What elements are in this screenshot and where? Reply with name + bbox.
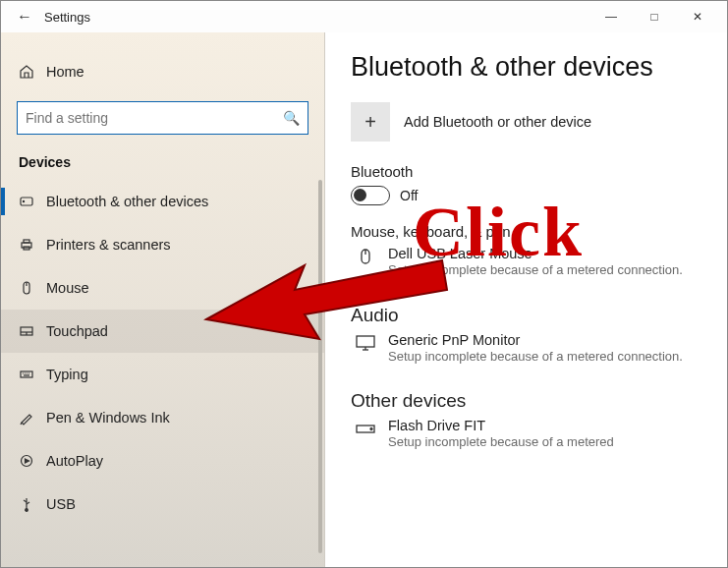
svg-point-1 xyxy=(23,200,24,201)
add-device-row[interactable]: + Add Bluetooth or other device xyxy=(351,102,701,142)
svg-rect-0 xyxy=(21,198,32,205)
printer-icon xyxy=(19,237,46,253)
keyboard-icon xyxy=(19,367,46,382)
back-button[interactable]: ← xyxy=(9,8,40,26)
sidebar-item-typing[interactable]: Typing xyxy=(1,353,324,396)
sidebar-item-label: Touchpad xyxy=(46,323,108,339)
sidebar-item-bluetooth[interactable]: Bluetooth & other devices xyxy=(1,180,324,223)
device-sub: Setup incomplete because of a metered xyxy=(388,433,701,451)
bluetooth-toggle[interactable] xyxy=(351,186,390,205)
sidebar-home[interactable]: Home xyxy=(1,50,324,93)
svg-point-18 xyxy=(26,509,28,512)
sidebar-item-label: USB xyxy=(46,496,76,512)
drive-icon xyxy=(351,418,380,451)
sidebar-home-label: Home xyxy=(46,64,84,80)
other-section-header: Other devices xyxy=(351,390,701,412)
add-device-button[interactable]: + xyxy=(351,102,390,142)
maximize-button[interactable]: □ xyxy=(633,1,676,32)
titlebar: ← Settings — □ ✕ xyxy=(1,1,727,32)
svg-point-25 xyxy=(370,428,372,430)
bluetooth-icon xyxy=(19,194,46,209)
svg-rect-24 xyxy=(357,426,374,432)
svg-rect-10 xyxy=(21,371,32,377)
sidebar-item-label: Typing xyxy=(46,367,88,382)
autoplay-icon xyxy=(19,453,46,469)
search-icon: 🔍 xyxy=(283,110,300,126)
sidebar-item-autoplay[interactable]: AutoPlay xyxy=(1,439,324,483)
page-title: Bluetooth & other devices xyxy=(351,52,701,83)
sidebar-item-label: Pen & Windows Ink xyxy=(46,410,170,426)
search-input-container[interactable]: 🔍 xyxy=(17,101,308,135)
sidebar-item-label: Mouse xyxy=(46,280,89,296)
svg-rect-3 xyxy=(24,240,29,243)
mouse-icon xyxy=(19,280,46,296)
window-title: Settings xyxy=(44,10,90,25)
sidebar-item-usb[interactable]: USB xyxy=(1,483,324,526)
usb-icon xyxy=(19,496,46,512)
sidebar-section-label: Devices xyxy=(1,148,324,180)
sidebar-item-label: Bluetooth & other devices xyxy=(46,194,208,209)
annotation-text: Click xyxy=(413,192,584,273)
svg-marker-26 xyxy=(206,260,447,339)
bluetooth-header: Bluetooth xyxy=(351,163,701,180)
sidebar-item-pen[interactable]: Pen & Windows Ink xyxy=(1,396,324,439)
device-row-other[interactable]: Flash Drive FIT Setup incomplete because… xyxy=(351,418,701,451)
sidebar-item-label: AutoPlay xyxy=(46,453,103,469)
sidebar-item-label: Printers & scanners xyxy=(46,237,171,253)
minimize-button[interactable]: — xyxy=(589,1,633,32)
device-name: Flash Drive FIT xyxy=(388,418,701,433)
home-icon xyxy=(19,64,46,80)
pen-icon xyxy=(19,410,46,426)
search-input[interactable] xyxy=(26,110,283,126)
add-device-label: Add Bluetooth or other device xyxy=(404,114,591,130)
close-button[interactable]: ✕ xyxy=(676,1,719,32)
touchpad-icon xyxy=(19,323,46,339)
